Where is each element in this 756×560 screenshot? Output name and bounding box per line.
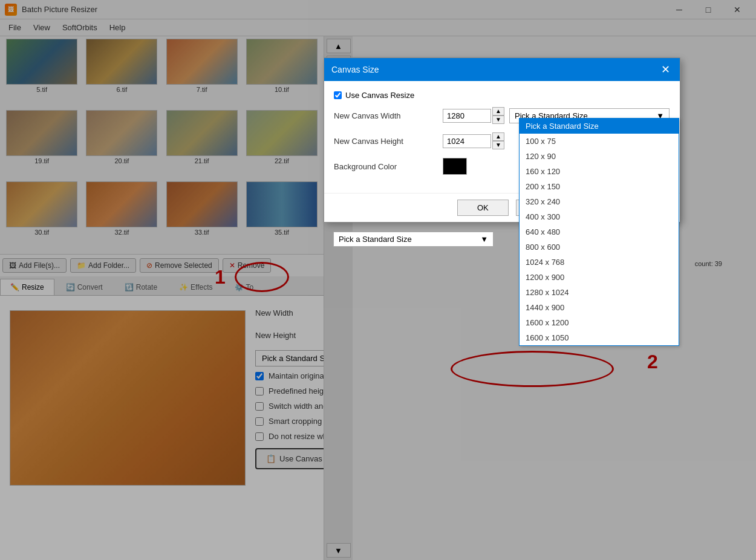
canvas-width-down[interactable]: ▼	[492, 116, 504, 124]
dropdown-item-1280x1024[interactable]: 1280 x 1024	[520, 285, 679, 300]
dropdown-item-640x480[interactable]: 640 x 480	[520, 224, 679, 239]
canvas-height-label: New Canvas Height	[334, 137, 443, 146]
modal-header: Canvas Size ✕	[324, 58, 680, 81]
dropdown-item-1600x1200[interactable]: 1600 x 1200	[520, 315, 679, 330]
use-canvas-checkbox[interactable]	[334, 91, 342, 99]
dropdown-item-pick[interactable]: Pick a Standard Size	[520, 119, 679, 134]
canvas-width-up[interactable]: ▲	[492, 107, 504, 116]
bg-color-label: Background Color	[334, 162, 443, 171]
canvas-height-down[interactable]: ▼	[492, 141, 504, 149]
standard-size-dropdown-list: Pick a Standard Size 100 x 75 120 x 90 1…	[519, 118, 679, 346]
dropdown-label-2: Pick a Standard Size	[339, 235, 412, 244]
chevron-down-icon-2: ▼	[480, 235, 488, 244]
dropdown-item-800x600[interactable]: 800 x 600	[520, 239, 679, 255]
dropdown-item-320x240[interactable]: 320 x 240	[520, 194, 679, 209]
use-canvas-checkbox-row: Use Canvas Resize	[334, 91, 670, 100]
modal-title: Canvas Size	[331, 65, 379, 74]
dropdown-item-200x150[interactable]: 200 x 150	[520, 179, 679, 194]
canvas-height-input[interactable]	[443, 134, 491, 148]
standard-size-dropdown-button-2[interactable]: Pick a Standard Size ▼	[333, 232, 494, 247]
bg-color-picker[interactable]	[443, 158, 467, 175]
use-canvas-label: Use Canvas Resize	[345, 91, 414, 100]
canvas-width-spinner: ▲ ▼	[492, 107, 504, 124]
dropdown-item-120x90[interactable]: 120 x 90	[520, 149, 679, 164]
canvas-height-up[interactable]: ▲	[492, 132, 504, 141]
canvas-height-spinner: ▲ ▼	[492, 132, 504, 149]
canvas-width-input-group: ▲ ▼	[443, 107, 504, 124]
modal-overlay: Canvas Size ✕ Use Canvas Resize New Canv…	[0, 0, 756, 560]
dropdown-item-100x75[interactable]: 100 x 75	[520, 134, 679, 149]
dropdown-item-400x300[interactable]: 400 x 300	[520, 209, 679, 224]
ok-button[interactable]: OK	[457, 200, 509, 216]
dropdown-item-160x120[interactable]: 160 x 120	[520, 164, 679, 179]
dropdown-item-1440x900[interactable]: 1440 x 900	[520, 300, 679, 315]
dropdown-item-1024x768[interactable]: 1024 x 768	[520, 255, 679, 270]
canvas-height-input-group: ▲ ▼	[443, 132, 504, 149]
canvas-width-input[interactable]	[443, 109, 491, 123]
canvas-width-label: New Canvas Width	[334, 111, 443, 120]
dropdown-item-1200x900[interactable]: 1200 x 900	[520, 270, 679, 285]
modal-close-button[interactable]: ✕	[659, 63, 673, 76]
dropdown-item-1600x1050[interactable]: 1600 x 1050	[520, 330, 679, 345]
